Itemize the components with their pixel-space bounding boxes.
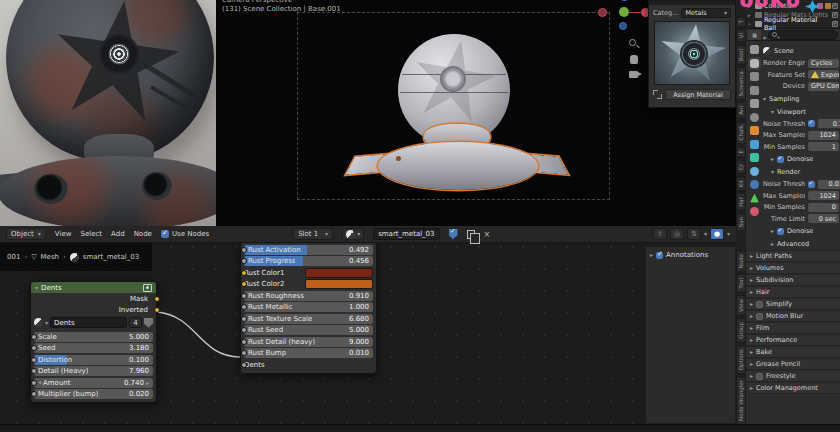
data-tab-icon[interactable]: [750, 194, 759, 203]
feature-set-select[interactable]: Experim: [808, 70, 839, 79]
freestyle-checkbox[interactable]: [756, 373, 763, 380]
rust-color2-swatch[interactable]: [305, 279, 373, 289]
fake-user-shield-icon[interactable]: [449, 229, 458, 239]
dents-input-socket[interactable]: [241, 362, 247, 368]
rn-denoise-row[interactable]: Denoise: [763, 226, 839, 236]
viewport-tab-t[interactable]: T: [736, 16, 746, 27]
scene-tab-icon[interactable]: [750, 99, 759, 108]
dents-distortion-slider[interactable]: Distortion0.100: [34, 355, 153, 365]
material-name-field[interactable]: smart_metal_03: [373, 228, 439, 240]
min-samples-value[interactable]: 1: [808, 142, 839, 151]
node-tab-group[interactable]: Group: [736, 318, 746, 343]
outliner-row-collection[interactable]: ▸ Collection: [748, 1, 838, 10]
vp-denoise-row[interactable]: Denoise: [763, 154, 839, 164]
menu-select[interactable]: Select: [80, 230, 102, 238]
noise-threshold-value[interactable]: 0.1: [818, 119, 840, 128]
fake-user-shield-icon[interactable]: [144, 318, 153, 328]
section-volumes[interactable]: Volumes: [746, 262, 840, 274]
physics-tab-icon[interactable]: [750, 167, 759, 176]
simplify-checkbox[interactable]: [756, 301, 763, 308]
output-tab-icon[interactable]: [750, 72, 759, 81]
object-shader-type-dropdown[interactable]: Object: [6, 228, 46, 240]
viewport-tab-bool[interactable]: Bool: [736, 45, 746, 65]
collection-visibility-checkbox[interactable]: [832, 3, 838, 9]
viewlayer-tab-icon[interactable]: [750, 86, 759, 95]
annotations-checkbox[interactable]: [656, 252, 663, 259]
editor-type-icon[interactable]: ▦: [748, 30, 761, 40]
min-samples-value[interactable]: 0: [808, 203, 839, 212]
section-motion-blur[interactable]: Motion Blur: [746, 310, 840, 322]
viewport-tab-chalk[interactable]: Chalk: [736, 121, 746, 144]
menu-node[interactable]: Node: [134, 230, 152, 238]
zoom-icon[interactable]: [628, 38, 641, 51]
viewport-subsection-header[interactable]: Viewport: [763, 107, 839, 117]
advanced-row[interactable]: Advanced: [763, 239, 839, 249]
menu-view[interactable]: View: [55, 230, 72, 238]
rust-color1-swatch[interactable]: [305, 268, 373, 278]
outliner-search-input[interactable]: [768, 30, 838, 40]
viewport-tab-cr[interactable]: Cr: [736, 160, 746, 174]
modifiers-tab-icon[interactable]: [750, 140, 759, 149]
menu-add[interactable]: Add: [111, 230, 125, 238]
motion-blur-checkbox[interactable]: [756, 313, 763, 320]
denoise-checkbox[interactable]: [777, 228, 784, 235]
shading-preview-icon[interactable]: ●: [710, 228, 724, 240]
render-subsection-header[interactable]: Render: [763, 167, 839, 177]
sampling-section-header[interactable]: Sampling: [763, 94, 839, 104]
collection-visibility-checkbox[interactable]: [832, 21, 838, 27]
constraints-tab-icon[interactable]: [750, 180, 759, 189]
gizmo-y-axis[interactable]: [619, 7, 629, 17]
dents-detail-slider[interactable]: Detail (Heavy)7.960: [34, 366, 153, 376]
rust-metallic-slider[interactable]: Rust Metallic1.000: [244, 302, 373, 312]
node-tab-node[interactable]: Node: [736, 250, 746, 272]
tool-tab-icon[interactable]: [750, 45, 759, 54]
rust-group-node[interactable]: Rust Activation0.492 Rust Progress0.456 …: [240, 241, 377, 374]
gizmo-z-axis[interactable]: [620, 0, 629, 1]
rust-progress-slider[interactable]: Rust Progress0.456: [244, 256, 373, 266]
viewport-tab-ani[interactable]: Ani: [736, 102, 746, 119]
pan-hand-icon[interactable]: [628, 53, 641, 66]
outliner-row-regular-material-ball[interactable]: • Regular Material Ball: [748, 19, 838, 28]
world-tab-icon[interactable]: [750, 113, 759, 122]
dents-multiplier-slider[interactable]: Multiplier (bump)0.020: [34, 389, 153, 399]
time-limit-value[interactable]: 0 sec: [808, 214, 839, 223]
viewport-tab-vi[interactable]: Vi: [736, 29, 746, 42]
camera-view-icon[interactable]: [628, 68, 641, 81]
material-tab-icon[interactable]: [750, 207, 759, 216]
section-performance[interactable]: Performance: [746, 334, 840, 346]
node-tab-node-wrangler[interactable]: Node Wrangler: [736, 376, 746, 425]
dents-node[interactable]: Dents Mask Inverted Dents 4 Scale5.000: [30, 281, 157, 403]
viewport-3d[interactable]: Camera Perspective (131) Scene Collectio…: [216, 0, 736, 226]
noise-threshold-value[interactable]: 0.01: [818, 180, 840, 189]
render-tab-icon[interactable]: [750, 59, 759, 68]
rust-activation-slider[interactable]: Rust Activation0.492: [244, 245, 373, 255]
dents-scale-slider[interactable]: Scale5.000: [34, 332, 153, 342]
section-light-paths[interactable]: Light Paths: [746, 250, 840, 262]
collection-visibility-checkbox[interactable]: [832, 12, 838, 18]
section-bake[interactable]: Bake: [746, 346, 840, 358]
new-material-copy-icon[interactable]: [467, 230, 475, 239]
noise-threshold-checkbox[interactable]: [808, 181, 815, 188]
snapping-icon[interactable]: ◎: [670, 228, 684, 240]
monkey-icon[interactable]: [825, 3, 831, 9]
material-preview-thumbnail[interactable]: [654, 21, 730, 85]
noise-threshold-checkbox[interactable]: [808, 120, 815, 127]
node-tab-tool[interactable]: Tool: [736, 274, 746, 293]
viewport-tab-kit[interactable]: Kit: [736, 176, 746, 191]
navigation-gizmo[interactable]: [602, 0, 654, 36]
overlays-icon[interactable]: ⇅: [687, 228, 701, 240]
rust-seed-slider[interactable]: Rust Seed5.000: [244, 325, 373, 335]
unlink-material-icon[interactable]: ×: [484, 230, 491, 239]
category-select[interactable]: Metals: [681, 8, 731, 18]
section-grease-pencil[interactable]: Grease Pencil: [746, 358, 840, 370]
device-select[interactable]: GPU Comput: [808, 82, 839, 91]
expand-annotations-icon[interactable]: [650, 251, 653, 259]
parent-node-tree-icon[interactable]: ⇧: [653, 228, 667, 240]
dents-name-field[interactable]: Dents: [50, 317, 127, 328]
section-color-management[interactable]: Color Management: [746, 382, 840, 394]
gizmo-z-neg-axis[interactable]: [619, 22, 627, 30]
rust-roughness-slider[interactable]: Rust Roughness0.910: [244, 291, 373, 301]
section-hair[interactable]: Hair: [746, 286, 840, 298]
shader-node-editor[interactable]: Object View Select Add Node Use Nodes Sl…: [0, 226, 736, 424]
browse-material-dropdown[interactable]: [342, 228, 364, 240]
